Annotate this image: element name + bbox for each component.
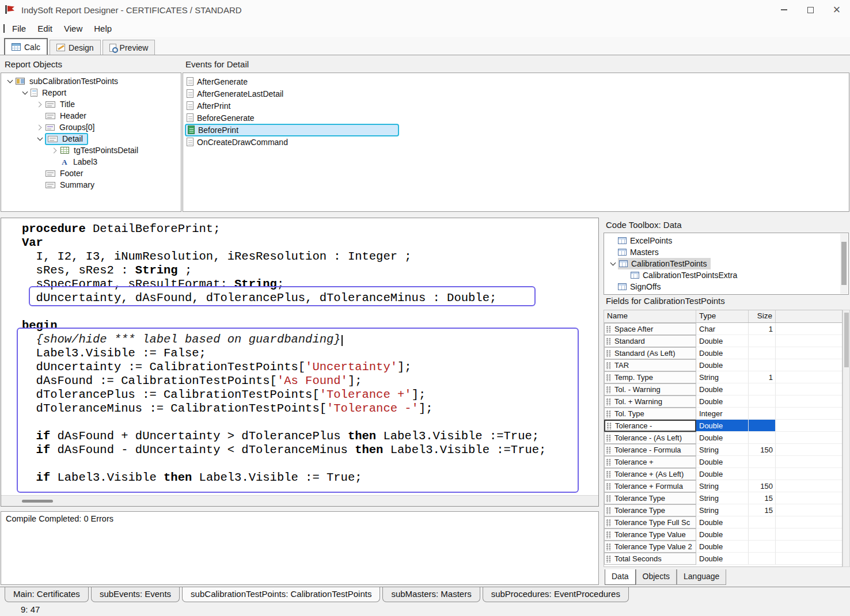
db-icon: [618, 283, 627, 290]
field-row-tolerance-type-value-2[interactable]: Tolerance Type Value 2Double: [604, 541, 842, 553]
field-filler-cell: [776, 541, 842, 553]
toolbox-item-signoffs[interactable]: SignOffs: [604, 281, 848, 292]
field-name: Tol. Type: [614, 409, 644, 418]
field-row-tolerance-as-left[interactable]: Tolerance - (As Left)Double: [604, 432, 842, 444]
fields-vertical-scrollbar[interactable]: [843, 310, 850, 567]
toolbox-tab-objects[interactable]: Objects: [636, 569, 677, 585]
toolbox-item-calibrationtestpointsextra[interactable]: CalibrationTestPointsExtra: [604, 269, 848, 281]
maximize-icon: [807, 7, 814, 13]
field-name: Tolerance Type Value: [614, 530, 686, 539]
tree-item-summary[interactable]: Summary: [1, 179, 181, 191]
page-tab-submasters-masters[interactable]: subMasters: Masters: [382, 587, 480, 602]
field-name-cell: Total Seconds: [604, 553, 696, 565]
tab-preview[interactable]: Preview: [103, 40, 155, 55]
chevron-expanded-icon[interactable]: [5, 77, 15, 86]
toolbox-tab-language[interactable]: Language: [677, 569, 726, 585]
chevron-spacer: [620, 271, 631, 280]
tree-item-tgtestpointsdetail[interactable]: tgTestPointsDetail: [1, 145, 181, 156]
chevron-collapsed-icon[interactable]: [35, 123, 45, 132]
title-bar: IndySoft Report Designer - CERTIFICATES …: [0, 0, 850, 20]
chevron-spacer: [35, 169, 45, 178]
field-row-tolerance-type-value[interactable]: Tolerance Type ValueDouble: [604, 528, 842, 541]
field-row-total-seconds[interactable]: Total SecondsDouble: [604, 553, 842, 565]
field-row-tolerance-type[interactable]: Tolerance TypeString15: [604, 492, 842, 504]
grip-icon: [606, 386, 612, 393]
toolbox-scrollbar-thumb[interactable]: [841, 242, 847, 285]
chevron-expanded-icon[interactable]: [35, 134, 45, 143]
toolbox-item-label: SignOffs: [630, 282, 661, 291]
toolbox-tab-data[interactable]: Data: [605, 569, 636, 585]
report-objects-panel: subCalibrationTestPointsReportTitleHeade…: [1, 73, 181, 212]
tree-item-header[interactable]: Header: [1, 110, 181, 121]
event-item-aftergeneratelastdetail[interactable]: AfterGenerateLastDetail: [183, 88, 849, 100]
field-row-tolerance[interactable]: Tolerance +Double: [604, 456, 842, 468]
field-row-tar[interactable]: TARDouble: [604, 359, 842, 371]
page-tab-subevents-events[interactable]: subEvents: Events: [91, 587, 180, 602]
field-size-cell: [749, 456, 776, 468]
page-tab-subprocedures-eventprocedures[interactable]: subProcedures: EventProcedures: [483, 587, 629, 602]
field-row-standard-as-left[interactable]: Standard (As Left)Double: [604, 347, 842, 359]
tab-design[interactable]: Design: [50, 40, 101, 55]
chevron-collapsed-icon[interactable]: [50, 146, 60, 155]
field-row-tol-warning[interactable]: Tol. + WarningDouble: [604, 396, 842, 408]
field-row-tolerance-type-full-sc[interactable]: Tolerance Type Full ScDouble: [604, 516, 842, 528]
menu-item-view[interactable]: View: [58, 20, 88, 37]
design-pencil-icon: [56, 44, 65, 51]
event-item-beforegenerate[interactable]: BeforeGenerate: [183, 112, 849, 124]
event-item-beforeprint[interactable]: BeforePrint: [183, 124, 849, 136]
tree-item-label3[interactable]: Label3: [1, 156, 181, 168]
page-tab-main-certificates[interactable]: Main: Certificates: [5, 587, 89, 602]
editor-horizontal-scrollbar[interactable]: [1, 495, 598, 506]
field-row-tolerance[interactable]: Tolerance -Double: [604, 420, 842, 432]
toolbox-item-label: Masters: [630, 248, 659, 257]
grip-icon: [606, 435, 612, 442]
tree-item-title[interactable]: Title: [1, 98, 181, 110]
field-row-tolerance-as-left[interactable]: Tolerance + (As Left)Double: [604, 468, 842, 480]
event-item-oncreatedrawcommand[interactable]: OnCreateDrawCommand: [183, 136, 849, 148]
fields-column-header-name[interactable]: Name: [604, 310, 696, 322]
field-row-space-after[interactable]: Space AfterChar1: [604, 323, 842, 335]
menu-item-edit[interactable]: Edit: [32, 20, 58, 37]
field-row-tolerance-formula[interactable]: Tolerance - FormulaString150: [604, 444, 842, 456]
tab-calc[interactable]: Calc: [4, 38, 48, 55]
tree-item-groups-0[interactable]: Groups[0]: [1, 121, 181, 133]
chevron-expanded-icon[interactable]: [20, 88, 30, 97]
event-item-aftergenerate[interactable]: AfterGenerate: [183, 75, 849, 88]
tree-item-subcalibrationtestpoints[interactable]: subCalibrationTestPoints: [1, 75, 181, 87]
tree-item-report[interactable]: Report: [1, 87, 181, 98]
field-row-tol-warning[interactable]: Tol. - WarningDouble: [604, 383, 842, 396]
field-row-tol-type[interactable]: Tol. TypeInteger: [604, 408, 842, 420]
grip-icon: [606, 495, 612, 502]
toolbox-item-excelpoints[interactable]: ExcelPoints: [604, 235, 848, 246]
fields-column-header-type[interactable]: Type: [696, 310, 749, 322]
selection-highlight: CalibrationTestPoints: [618, 258, 711, 269]
field-filler-cell: [776, 516, 842, 528]
tree-item-label: Label3: [71, 157, 99, 166]
field-row-standard[interactable]: StandardDouble: [604, 335, 842, 347]
chevron-collapsed-icon[interactable]: [35, 100, 45, 109]
editor-scrollbar-thumb[interactable]: [22, 500, 53, 503]
tree-item-footer[interactable]: Footer: [1, 168, 181, 179]
maximize-button[interactable]: [797, 0, 824, 20]
field-row-tolerance-formula[interactable]: Tolerance + FormulaString150: [604, 480, 842, 492]
field-row-tolerance-type[interactable]: Tolerance TypeString15: [604, 504, 842, 516]
close-button[interactable]: ×: [824, 0, 850, 20]
fields-scrollbar-thumb[interactable]: [844, 313, 849, 367]
toolbox-item-masters[interactable]: Masters: [604, 246, 848, 258]
field-type-cell: Double: [696, 432, 749, 444]
tree-item-detail[interactable]: Detail: [1, 133, 181, 145]
keyword: procedure: [22, 222, 86, 235]
compile-output-panel: Compile Completed: 0 Errors: [1, 511, 599, 585]
menu-item-file[interactable]: File: [6, 20, 32, 37]
page-tab-subcalibrationtestpoints-calibrationtestpoints[interactable]: subCalibrationTestPoints: CalibrationTes…: [182, 587, 380, 602]
minimize-button[interactable]: [771, 0, 797, 20]
field-row-temp-type[interactable]: Temp. TypeString1: [604, 371, 842, 383]
menu-item-help[interactable]: Help: [88, 20, 117, 37]
chevron-expanded-icon[interactable]: [608, 259, 618, 268]
field-size-cell: [749, 383, 776, 396]
toolbox-vertical-scrollbar[interactable]: [840, 234, 848, 294]
code-text: DetailBeforePrint;: [86, 222, 221, 235]
fields-column-header-size[interactable]: Size: [749, 310, 776, 322]
event-item-afterprint[interactable]: AfterPrint: [183, 100, 849, 112]
toolbox-item-calibrationtestpoints[interactable]: CalibrationTestPoints: [604, 258, 848, 269]
